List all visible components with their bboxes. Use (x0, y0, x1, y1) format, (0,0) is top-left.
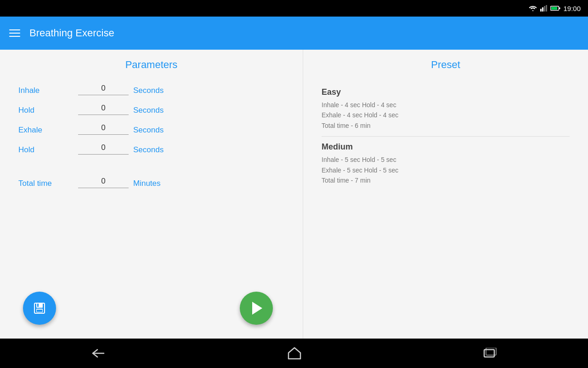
back-arrow-icon (91, 348, 106, 359)
status-bar: 19:00 (0, 0, 588, 17)
home-icon (288, 346, 301, 360)
hold2-row: Hold Seconds (18, 141, 284, 155)
play-button[interactable] (240, 292, 273, 325)
total-time-unit: Minutes (133, 179, 161, 188)
preset-panel: Preset Easy Inhale - 4 sec Hold - 4 sec … (303, 50, 588, 339)
nav-home-button[interactable] (284, 343, 305, 364)
battery-icon (550, 6, 560, 11)
save-button[interactable] (23, 292, 56, 325)
preset-medium-detail: Inhale - 5 sec Hold - 5 sec Exhale - 5 s… (322, 155, 570, 185)
hold1-unit: Seconds (133, 106, 164, 115)
app-bar: Breathing Exercise (0, 17, 588, 50)
wifi-icon (528, 5, 537, 12)
menu-button[interactable] (9, 29, 20, 37)
nav-back-button[interactable] (87, 344, 109, 362)
exhale-input[interactable] (78, 121, 129, 135)
bottom-buttons (18, 292, 284, 325)
exhale-row: Exhale Seconds (18, 121, 284, 135)
hold1-input[interactable] (78, 102, 129, 115)
exhale-unit: Seconds (133, 126, 164, 135)
total-time-row: Total time Minutes (18, 175, 284, 188)
nav-recents-button[interactable] (480, 344, 501, 362)
svg-rect-1 (542, 7, 543, 12)
preset-medium-name: Medium (322, 142, 570, 152)
total-time-label: Total time (18, 179, 74, 188)
inhale-label: Inhale (18, 86, 74, 95)
app-title: Breathing Exercise (29, 27, 114, 39)
preset-medium[interactable]: Medium Inhale - 5 sec Hold - 5 sec Exhal… (322, 137, 570, 191)
hold2-unit: Seconds (133, 145, 164, 155)
exhale-label: Exhale (18, 126, 74, 135)
inhale-input[interactable] (78, 82, 129, 95)
inhale-row: Inhale Seconds (18, 82, 284, 95)
hold2-label: Hold (18, 145, 74, 155)
total-time-input[interactable] (78, 175, 129, 188)
preset-easy[interactable]: Easy Inhale - 4 sec Hold - 4 sec Exhale … (322, 82, 570, 137)
status-icons: 19:00 (528, 5, 581, 12)
nav-bar (0, 339, 588, 368)
main-content: Parameters Inhale Seconds Hold Seconds E… (0, 50, 588, 339)
svg-rect-6 (559, 7, 560, 9)
svg-rect-5 (551, 7, 557, 10)
svg-rect-0 (540, 9, 542, 12)
preset-title: Preset (322, 59, 570, 71)
parameters-title: Parameters (18, 59, 284, 71)
svg-rect-11 (37, 310, 42, 312)
signal-icon (540, 5, 548, 12)
preset-easy-line1: Inhale - 4 sec Hold - 4 sec Exhale - 4 s… (322, 100, 570, 131)
hold2-input[interactable] (78, 141, 129, 155)
inhale-unit: Seconds (133, 86, 164, 95)
recents-icon (483, 348, 497, 359)
hold1-label: Hold (18, 106, 74, 115)
svg-rect-3 (546, 5, 547, 12)
svg-rect-10 (37, 304, 39, 307)
preset-easy-name: Easy (322, 87, 570, 97)
parameters-panel: Parameters Inhale Seconds Hold Seconds E… (0, 50, 303, 339)
save-icon (33, 301, 46, 315)
hold1-row: Hold Seconds (18, 102, 284, 115)
status-time: 19:00 (563, 5, 581, 12)
play-icon (252, 302, 262, 315)
svg-rect-2 (544, 6, 545, 12)
